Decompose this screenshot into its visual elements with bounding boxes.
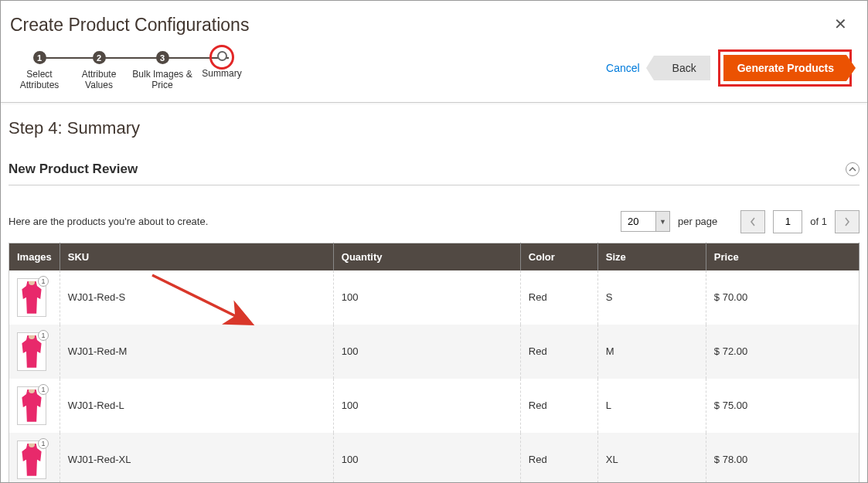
col-color: Color (520, 243, 597, 270)
close-icon[interactable]: ✕ (829, 15, 852, 33)
wizard-steps: 1 SelectAttributes 2 AttributeValues 3 B… (10, 49, 248, 91)
cell-color: Red (520, 270, 597, 325)
cancel-link[interactable]: Cancel (606, 62, 640, 74)
cell-size: XL (597, 433, 706, 483)
cell-sku: WJ01-Red-S (60, 270, 333, 325)
cell-size: S (597, 270, 706, 325)
next-page-button[interactable] (835, 210, 859, 233)
cell-price: $ 75.00 (706, 379, 859, 433)
chevron-down-icon[interactable]: ▼ (655, 212, 669, 231)
image-count-badge: 1 (38, 438, 49, 449)
col-price: Price (706, 243, 859, 270)
image-count-badge: 1 (38, 330, 49, 341)
generate-products-button[interactable]: Generate Products (723, 55, 846, 81)
product-thumbnail[interactable]: 1 (17, 278, 46, 317)
cell-sku: WJ01-Red-XL (60, 433, 333, 483)
cell-qty: 100 (333, 325, 520, 379)
col-quantity: Quantity (333, 243, 520, 270)
cell-price: $ 72.00 (706, 325, 859, 379)
cell-price: $ 78.00 (706, 433, 859, 483)
page-size-select[interactable]: ▼ (621, 211, 670, 232)
cell-qty: 100 (333, 379, 520, 433)
product-thumbnail[interactable]: 1 (17, 332, 46, 371)
cell-qty: 100 (333, 433, 520, 483)
prev-page-button[interactable] (740, 210, 765, 233)
jacket-image-icon (21, 281, 43, 314)
table-row: 1WJ01-Red-S100RedS$ 70.00 (9, 270, 859, 325)
cell-size: L (597, 379, 706, 433)
cell-color: Red (520, 325, 597, 379)
product-thumbnail[interactable]: 1 (17, 440, 46, 479)
cell-price: $ 70.00 (706, 270, 859, 325)
cell-size: M (597, 325, 706, 379)
cell-color: Red (520, 379, 597, 433)
about-to-create-text: Here are the products you're about to cr… (9, 216, 208, 227)
cell-sku: WJ01-Red-M (60, 325, 333, 379)
table-row: 1WJ01-Red-M100RedM$ 72.00 (9, 325, 859, 379)
cell-qty: 100 (333, 270, 520, 325)
jacket-image-icon (21, 389, 43, 422)
image-count-badge: 1 (38, 384, 49, 395)
cell-sku: WJ01-Red-L (60, 379, 333, 433)
jacket-image-icon (21, 444, 43, 476)
page-size-input[interactable] (621, 212, 655, 231)
step-heading: Step 4: Summary (9, 118, 859, 138)
page-number-input[interactable] (773, 210, 802, 233)
per-page-label: per page (678, 216, 717, 227)
image-count-badge: 1 (38, 276, 49, 287)
generate-highlight: Generate Products (718, 49, 852, 87)
modal-title: Create Product Configurations (10, 15, 249, 36)
step-summary[interactable]: Summary (196, 51, 248, 91)
col-images: Images (9, 243, 60, 270)
col-size: Size (597, 243, 706, 270)
col-sku: SKU (60, 243, 333, 270)
section-title: New Product Review (9, 162, 138, 177)
back-button[interactable]: Back (654, 56, 710, 80)
jacket-image-icon (21, 335, 43, 368)
collapse-icon[interactable] (846, 162, 859, 176)
page-of-label: of 1 (810, 216, 827, 227)
table-row: 1WJ01-Red-L100RedL$ 75.00 (9, 379, 859, 433)
table-row: 1WJ01-Red-XL100RedXL$ 78.00 (9, 433, 859, 483)
cell-color: Red (520, 433, 597, 483)
product-thumbnail[interactable]: 1 (17, 386, 46, 425)
product-review-table: Images SKU Quantity Color Size Price 1WJ… (9, 243, 859, 483)
